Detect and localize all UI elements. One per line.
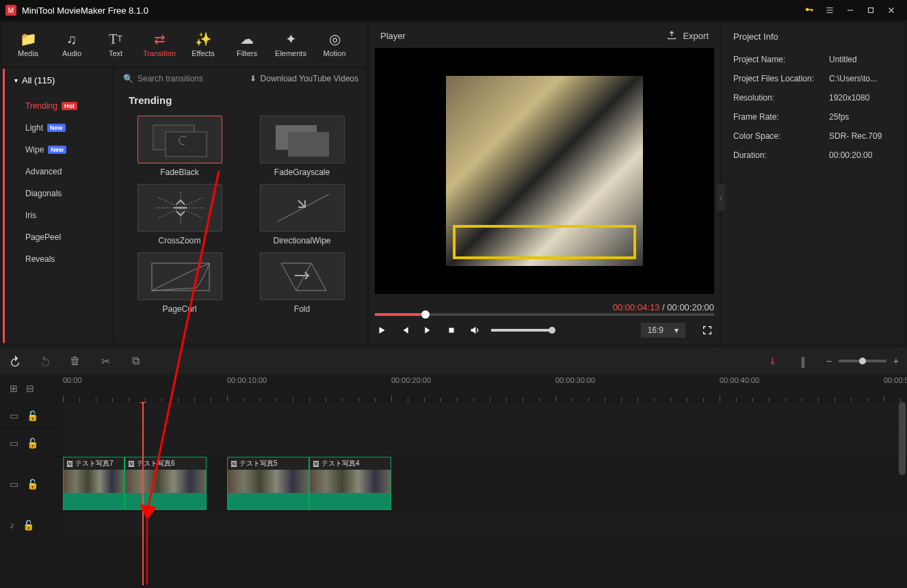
undo-button[interactable] (8, 355, 22, 367)
transition-thumb[interactable] (137, 252, 222, 300)
tab-elements-label: Elements (275, 49, 306, 57)
key-icon[interactable] (799, 0, 819, 21)
zoom-in-button[interactable]: + (893, 356, 899, 366)
lock-icon[interactable]: 🔓 (27, 438, 38, 449)
category-item-reveals[interactable]: Reveals (5, 248, 112, 270)
volume-slider[interactable] (491, 329, 553, 332)
timeline-clip[interactable]: 🖼テスト写真7 (63, 457, 124, 510)
category-label: Diagonals (25, 189, 62, 198)
category-item-diagonals[interactable]: Diagonals (5, 183, 112, 204)
add-track-button[interactable]: ⊞ (10, 383, 18, 394)
cut-button[interactable]: ✂ (98, 355, 112, 368)
transition-item-directionalwipe[interactable]: DirectionalWipe (251, 184, 353, 245)
zoom-out-button[interactable]: − (826, 356, 832, 366)
export-button[interactable]: Export (666, 30, 709, 41)
category-item-pagepeel[interactable]: PagePeel (5, 226, 112, 248)
tab-text[interactable]: TTText (94, 25, 137, 64)
category-item-trending[interactable]: TrendingHot (5, 95, 112, 117)
transition-item-fold[interactable]: Fold (251, 252, 353, 314)
track-content[interactable] (63, 429, 907, 456)
info-value: Untitled (829, 55, 893, 64)
track-content[interactable] (63, 402, 907, 429)
close-icon[interactable] (881, 0, 902, 21)
transition-item-crosszoom[interactable]: CrossZoom (129, 184, 231, 245)
prev-frame-button[interactable] (398, 325, 412, 335)
crop-button[interactable]: ⧉ (129, 355, 142, 367)
tab-transition[interactable]: ⇄Transition (138, 25, 181, 64)
tab-audio-label: Audio (62, 49, 81, 57)
tab-motion[interactable]: ◎Motion (313, 25, 356, 64)
transition-thumb[interactable] (260, 252, 345, 300)
tab-elements[interactable]: ✦Elements (270, 25, 312, 64)
video-track-icon: ▭ (10, 438, 18, 449)
category-label: PagePeel (25, 232, 61, 242)
ruler-mark: 00:00 (63, 376, 82, 384)
progress-handle[interactable] (421, 310, 430, 319)
category-header[interactable]: ▾ All (115) (5, 68, 112, 92)
tab-filters-label: Filters (237, 49, 257, 57)
tab-filters[interactable]: ☁Filters (226, 25, 268, 64)
category-item-iris[interactable]: Iris (5, 204, 112, 226)
minimize-icon[interactable] (840, 0, 860, 21)
svg-rect-0 (869, 8, 873, 13)
redo-button[interactable] (38, 355, 52, 367)
category-item-advanced[interactable]: Advanced (5, 161, 112, 183)
play-button[interactable] (375, 325, 389, 335)
category-header-label: All (115) (22, 75, 55, 85)
transition-item-pagecurl[interactable]: PageCurl (129, 252, 231, 314)
info-row: Frame Rate:25fps (722, 107, 904, 126)
lock-icon[interactable]: 🔓 (27, 479, 38, 490)
ruler-mark: 00:00:20:00 (391, 376, 431, 384)
next-frame-button[interactable] (421, 325, 435, 335)
transition-thumb[interactable] (137, 184, 222, 232)
remove-track-button[interactable]: ⊟ (26, 383, 34, 394)
transition-thumb[interactable] (260, 184, 345, 232)
effects-icon: ✨ (195, 31, 212, 46)
stop-button[interactable] (445, 325, 458, 335)
title-bar: M MiniTool MovieMaker Free 8.1.0 (0, 0, 907, 21)
category-label: Wipe (25, 145, 44, 155)
playhead[interactable] (142, 402, 144, 585)
lock-icon[interactable]: 🔓 (27, 410, 38, 421)
transition-thumb[interactable] (260, 116, 345, 163)
delete-button[interactable]: 🗑 (68, 355, 82, 367)
music-icon: ♫ (67, 31, 77, 46)
info-value: 1920x1080 (829, 93, 893, 103)
track-content[interactable]: 🖼テスト写真7🖼テスト写真6🖼テスト写真5🖼テスト写真4 (63, 457, 907, 511)
aspect-ratio-select[interactable]: 16:9 ▾ (641, 323, 685, 338)
text-icon: TT (109, 31, 122, 46)
tab-effects[interactable]: ✨Effects (182, 25, 224, 64)
menu-icon[interactable] (819, 0, 840, 21)
timeline-scrollbar[interactable] (899, 402, 906, 585)
timeline-ruler[interactable]: 00:0000:00:10:0000:00:20:0000:00:30:0000… (63, 375, 907, 402)
fullscreen-button[interactable] (700, 325, 714, 336)
category-item-wipe[interactable]: WipeNew (5, 139, 112, 161)
transition-thumb[interactable] (137, 116, 222, 163)
snap-button[interactable]: ‖ (796, 355, 810, 368)
category-item-light[interactable]: LightNew (5, 117, 112, 139)
track-content[interactable] (63, 511, 907, 538)
collapse-handle[interactable]: › (717, 184, 725, 211)
info-label: Resolution: (733, 93, 829, 103)
transition-item-fadeblack[interactable]: FadeBlack (129, 116, 231, 177)
progress-bar[interactable] (375, 313, 714, 316)
timeline-clip[interactable]: 🖼テスト写真5 (227, 457, 309, 510)
maximize-icon[interactable] (860, 0, 881, 21)
magnet-button[interactable]: ⫰ (766, 355, 780, 367)
transition-item-fadegrayscale[interactable]: FadeGrayscale (251, 116, 353, 177)
zoom-slider[interactable] (839, 360, 886, 362)
tab-audio[interactable]: ♫Audio (51, 25, 93, 64)
badge-new: New (48, 146, 66, 154)
tab-media[interactable]: 📁Media (7, 25, 49, 64)
app-title: MiniTool MovieMaker Free 8.1.0 (22, 5, 148, 16)
image-icon: 🖼 (313, 460, 319, 468)
download-youtube-button[interactable]: ⬇ Download YouTube Videos (250, 74, 358, 83)
volume-icon[interactable] (468, 325, 482, 336)
lock-icon[interactable]: 🔓 (23, 520, 34, 531)
search-transitions-input[interactable]: Search transitions (137, 74, 203, 83)
svg-rect-12 (449, 328, 454, 333)
timeline-clip[interactable]: 🖼テスト写真4 (309, 457, 391, 510)
timeline-toolbar: 🗑 ✂ ⧉ ⫰ ‖ − + (0, 347, 907, 375)
timeline-clip[interactable]: 🖼テスト写真6 (124, 457, 207, 510)
video-preview[interactable] (375, 48, 714, 294)
